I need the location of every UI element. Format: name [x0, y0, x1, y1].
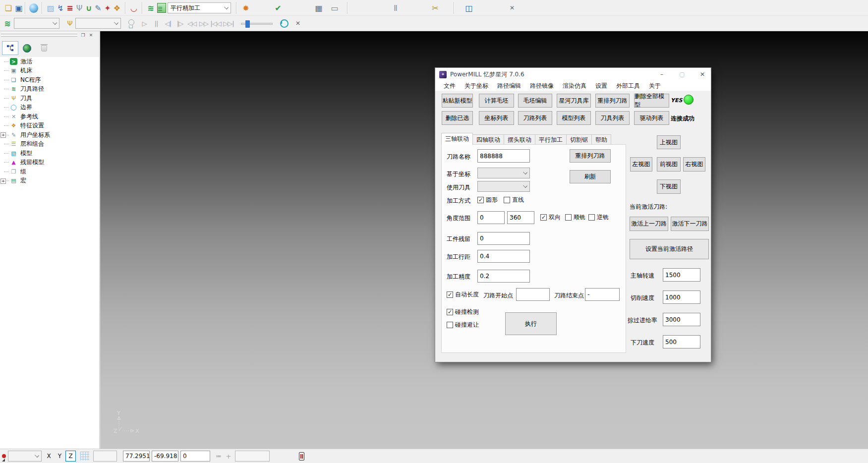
status-field-2[interactable] — [235, 451, 270, 462]
tree-item-levels-sets[interactable]: 层和组合 — [0, 140, 99, 149]
collision-avoid-checkbox[interactable]: 碰撞避让 — [447, 321, 479, 329]
tool-pair-icon[interactable] — [389, 1, 402, 14]
tree-item-workplanes[interactable]: 用户坐标系 — [0, 130, 99, 140]
play-icon[interactable]: ▷ — [138, 17, 151, 30]
menu-external-tools[interactable]: 外部工具 — [612, 82, 644, 90]
menu-render-sim[interactable]: 渲染仿真 — [558, 82, 591, 90]
draw-toggle-icon[interactable] — [296, 451, 306, 462]
panel-grip[interactable]: ❐ ✕ — [0, 31, 99, 38]
calc-block-button[interactable]: 计算毛坯 — [479, 94, 514, 108]
clock-icon[interactable] — [278, 17, 290, 30]
close-button[interactable]: ✕ — [694, 68, 711, 81]
maximize-button[interactable]: ▢ — [674, 68, 691, 81]
tool-list-button[interactable]: 刀具列表 — [595, 111, 630, 125]
tree-item-nc-programs[interactable]: NC程序 — [0, 75, 99, 85]
model-list-button[interactable]: 模型列表 — [557, 111, 591, 125]
status-field-1[interactable] — [93, 451, 117, 462]
stepover-input[interactable] — [477, 250, 530, 263]
tolerance-input[interactable] — [477, 270, 530, 283]
status-combobox[interactable] — [8, 451, 42, 462]
toolpath-strategy-icon[interactable] — [1, 17, 14, 30]
refresh-button[interactable]: 刷新 — [570, 170, 611, 183]
minimize-button[interactable]: – — [653, 68, 670, 81]
skim-feed-input[interactable] — [663, 313, 700, 326]
go-end-icon[interactable]: ▷▷| — [222, 17, 235, 30]
bidirectional-checkbox[interactable]: 双向 — [540, 213, 561, 222]
block-edit-button[interactable]: 毛坯编辑 — [518, 94, 552, 108]
coord-y-field[interactable]: -69.918 — [152, 451, 178, 462]
menu-path-edit[interactable]: 路径编辑 — [493, 82, 525, 90]
calculator-icon[interactable] — [312, 1, 325, 14]
strategy-combobox[interactable]: 平行精加工 — [168, 2, 231, 13]
step-forward-icon[interactable]: |▷ — [174, 17, 186, 30]
tool-library-button[interactable]: 星河刀具库 — [557, 94, 591, 108]
climb-mill-checkbox[interactable]: 顺铣 — [565, 213, 585, 222]
circle-checkbox[interactable]: 圆形 — [477, 196, 498, 204]
view-front-button[interactable]: 前视图 — [657, 157, 681, 172]
axis-z-button[interactable]: Z — [65, 451, 76, 462]
auto-length-checkbox[interactable]: 自动长度 — [447, 290, 479, 299]
axis-y-button[interactable]: Y — [55, 451, 65, 462]
tree-view-tab[interactable] — [2, 41, 18, 55]
pause-icon[interactable]: || — [150, 17, 163, 30]
menu-about[interactable]: 关于 — [644, 82, 665, 90]
toolpath-combobox[interactable] — [14, 18, 59, 29]
save-icon[interactable] — [12, 1, 25, 14]
axis-x-button[interactable]: X — [44, 451, 54, 462]
end-point-input[interactable] — [585, 288, 620, 301]
verify-icon[interactable] — [272, 1, 285, 14]
tree-item-macros[interactable]: 宏 — [0, 176, 99, 186]
menu-file[interactable]: 文件 — [439, 82, 460, 90]
axis-pointer-icon[interactable]: + — [224, 451, 233, 462]
tree-item-feature-sets[interactable]: 特征设置 — [0, 121, 99, 131]
toolpath-list-button[interactable]: 刀路列表 — [518, 111, 552, 125]
lightbulb-icon[interactable] — [125, 17, 138, 30]
menu-settings[interactable]: 设置 — [591, 82, 612, 90]
delete-all-models-button[interactable]: 删除全部模型 — [634, 94, 669, 108]
fast-forward-icon[interactable]: ▷▷ — [197, 17, 210, 30]
shaded-view-icon[interactable] — [27, 1, 40, 14]
cut-model-icon[interactable] — [429, 1, 442, 14]
plunge-feed-input[interactable] — [663, 335, 700, 348]
dialog-titlebar[interactable]: PowerMILL 忆梦星河 7.0.6 – ▢ ✕ — [435, 68, 711, 81]
collision-check-icon[interactable] — [127, 1, 140, 14]
view-right-button[interactable]: 右视图 — [683, 157, 705, 172]
compare-model-icon[interactable] — [463, 1, 475, 14]
line-checkbox[interactable]: 直线 — [504, 196, 524, 204]
tree-item-machine[interactable]: 机床 — [0, 66, 99, 76]
rearrange-toolpath-button[interactable]: 重排列刀路 — [595, 94, 630, 108]
tab-help[interactable]: 帮助 — [591, 134, 611, 145]
tool-icon[interactable]: Ψ — [63, 17, 76, 30]
tab-saw[interactable]: 切割锯 — [566, 134, 592, 145]
speed-slider[interactable] — [241, 23, 273, 25]
tab-parallel[interactable]: 平行加工 — [535, 134, 567, 145]
tab-3axis[interactable]: 三轴联动 — [441, 133, 473, 145]
view-top-button[interactable]: 上视图 — [657, 135, 681, 149]
float-panel-icon[interactable]: ❐ — [80, 32, 86, 38]
paste-model-button[interactable]: 粘贴新模型 — [442, 94, 473, 108]
step-back-icon[interactable]: ◁| — [162, 17, 174, 30]
feature-set-icon[interactable] — [111, 1, 123, 14]
close-toolbar-icon[interactable] — [291, 17, 304, 30]
rewind-icon[interactable]: ◁◁ — [185, 17, 198, 30]
activate-next-toolpath-button[interactable]: 激活下一刀路 — [671, 217, 709, 231]
tree-item-toolpaths[interactable]: 刀具路径 — [0, 85, 99, 94]
conventional-mill-checkbox[interactable]: 逆铣 — [588, 213, 609, 222]
stock-remain-input[interactable] — [477, 232, 530, 245]
tree-item-models[interactable]: 模型 — [0, 149, 99, 158]
recycle-bin-tab[interactable] — [36, 41, 52, 55]
tab-4axis[interactable]: 四轴联动 — [472, 134, 504, 145]
coord-z-field[interactable]: 0 — [180, 451, 210, 462]
tree-item-groups[interactable]: 组 — [0, 167, 99, 176]
strategy-list-icon[interactable] — [155, 1, 168, 14]
delete-selected-button[interactable]: 删除已选 — [442, 111, 473, 125]
view-bottom-button[interactable]: 下视图 — [657, 179, 681, 194]
tree-item-tools[interactable]: 刀具 — [0, 94, 99, 103]
speed-slider-handle[interactable] — [245, 20, 250, 28]
xyz-list-icon[interactable]: ≔ — [214, 451, 223, 462]
angle-from-input[interactable] — [477, 211, 505, 224]
set-active-path-button[interactable]: 设置当前激活路径 — [630, 239, 709, 259]
collision-detect-checkbox[interactable]: 碰撞检测 — [447, 308, 479, 316]
execute-button[interactable]: 执行 — [505, 312, 557, 335]
tool-combobox[interactable] — [75, 18, 121, 29]
